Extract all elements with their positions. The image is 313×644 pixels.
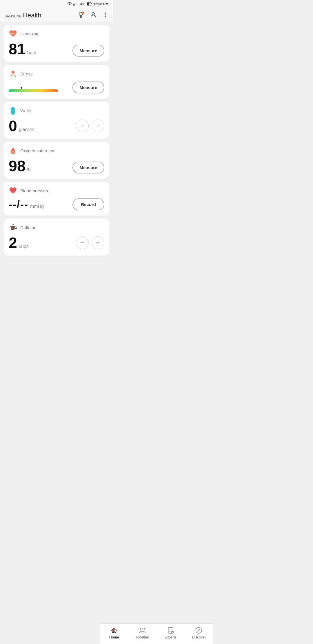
- svg-point-9: [92, 12, 94, 15]
- blood-pressure-unit: mmHg: [30, 204, 44, 210]
- svg-text:O₂: O₂: [12, 151, 14, 153]
- more-icon: [102, 15, 108, 19]
- oxygen-measure-button[interactable]: Measure: [72, 162, 104, 173]
- water-value: 0: [9, 118, 17, 133]
- oxygen-card: O₂ Oxygen saturation 98 % Measure: [3, 142, 110, 179]
- svg-rect-0: [73, 4, 74, 6]
- svg-point-13: [12, 71, 14, 74]
- svg-rect-5: [91, 3, 92, 4]
- svg-rect-15: [12, 107, 14, 108]
- status-time: 12:08 PM: [93, 2, 108, 6]
- water-plus-button[interactable]: +: [92, 120, 104, 132]
- oxygen-header: O₂ Oxygen saturation: [9, 146, 104, 155]
- oxygen-icon: O₂: [9, 146, 17, 155]
- water-card: Water 0 glasses − +: [3, 102, 110, 139]
- heart-rate-label: Heart rate: [20, 31, 40, 36]
- svg-rect-1: [74, 3, 75, 6]
- profile-icon: [90, 15, 97, 19]
- lightbulb-icon: [77, 15, 85, 19]
- water-minus-button[interactable]: −: [76, 120, 89, 132]
- heart-rate-measure-button[interactable]: Measure: [72, 45, 104, 57]
- samsung-wordmark: SAMSUNG: [5, 15, 22, 18]
- caffeine-body: 2 cups − +: [9, 235, 104, 250]
- water-counter: − +: [76, 120, 104, 133]
- blood-pressure-card: Blood pressure --/-- mmHg Record: [3, 182, 110, 216]
- caffeine-icon: [9, 223, 17, 232]
- heart-rate-icon: [9, 29, 17, 38]
- heart-rate-value: 81: [9, 41, 26, 57]
- water-header: Water: [9, 106, 104, 115]
- blood-pressure-icon: [9, 186, 17, 195]
- blood-pressure-value: --/--: [9, 199, 28, 210]
- stress-bar: [9, 89, 58, 92]
- blood-pressure-record-button[interactable]: Record: [72, 198, 104, 210]
- stress-card: Stress Measure: [3, 65, 110, 99]
- caffeine-counter: − +: [76, 236, 104, 250]
- more-button[interactable]: [102, 12, 108, 19]
- stress-bar-indicator: [20, 86, 23, 90]
- caffeine-value: 2: [9, 235, 17, 250]
- water-body: 0 glasses − +: [9, 118, 104, 133]
- svg-rect-3: [77, 2, 77, 6]
- blood-pressure-label: Blood pressure: [20, 188, 50, 193]
- caffeine-minus-button[interactable]: −: [76, 236, 89, 249]
- water-label: Water: [20, 108, 32, 113]
- caffeine-plus-button[interactable]: +: [92, 236, 104, 249]
- stress-body: Measure: [9, 82, 104, 93]
- oxygen-body: 98 % Measure: [9, 158, 104, 173]
- water-icon: [9, 106, 17, 115]
- app-header: SAMSUNG Health: [0, 8, 113, 22]
- stress-measure-button[interactable]: Measure: [72, 82, 104, 93]
- svg-rect-17: [10, 226, 15, 227]
- svg-point-12: [105, 16, 106, 17]
- oxygen-unit: %: [27, 167, 31, 173]
- battery-icon: [87, 2, 92, 6]
- caffeine-header: Caffeine: [9, 223, 104, 232]
- wifi-icon: [67, 2, 72, 6]
- heart-rate-unit: bpm: [27, 50, 36, 57]
- stress-icon: [9, 69, 17, 78]
- status-bar: 34% 12:08 PM: [0, 0, 113, 8]
- svg-point-8: [82, 12, 84, 14]
- stress-label: Stress: [20, 71, 33, 76]
- main-content: Heart rate 81 bpm Measure Stress: [0, 22, 113, 285]
- caffeine-card: Caffeine 2 cups − +: [3, 218, 110, 256]
- caffeine-label: Caffeine: [20, 225, 37, 230]
- water-unit: glasses: [19, 127, 34, 133]
- blood-pressure-header: Blood pressure: [9, 186, 104, 195]
- oxygen-label: Oxygen saturation: [20, 148, 56, 153]
- health-wordmark: Health: [23, 12, 41, 19]
- signal-icon: [73, 2, 77, 6]
- lightbulb-button[interactable]: [77, 11, 85, 19]
- heart-rate-card: Heart rate 81 bpm Measure: [3, 25, 110, 62]
- caffeine-unit: cups: [19, 244, 29, 250]
- heart-rate-body: 81 bpm Measure: [9, 41, 104, 57]
- oxygen-value: 98: [9, 158, 26, 173]
- stress-header: Stress: [9, 69, 104, 78]
- app-logo: SAMSUNG Health: [5, 12, 41, 19]
- profile-button[interactable]: [90, 11, 97, 19]
- heart-rate-header: Heart rate: [9, 29, 104, 38]
- svg-point-11: [105, 14, 106, 15]
- blood-pressure-body: --/-- mmHg Record: [9, 198, 104, 210]
- svg-rect-6: [87, 3, 89, 5]
- svg-rect-2: [76, 3, 77, 6]
- svg-point-10: [105, 12, 106, 14]
- battery-percentage: 34%: [79, 2, 85, 6]
